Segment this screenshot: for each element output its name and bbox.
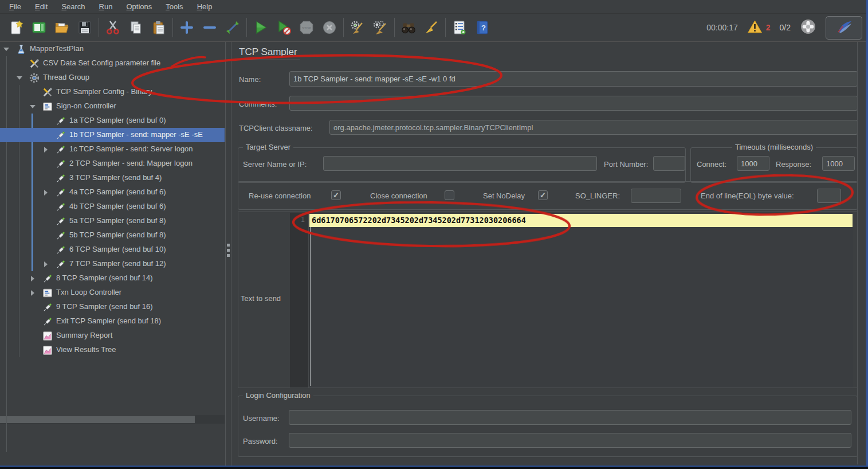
clear-icon[interactable] — [346, 17, 369, 38]
menu-file[interactable]: File — [3, 1, 27, 13]
password-input[interactable] — [289, 433, 851, 448]
port-number-label: Port Number: — [604, 160, 648, 169]
editor-gutter: 1 — [290, 213, 309, 388]
menu-help[interactable]: Help — [191, 1, 218, 13]
main-vertical-scrollbar-track[interactable] — [857, 42, 866, 464]
tree-item[interactable]: 4a TCP Sampler (send buf 6) — [0, 185, 225, 200]
response-timeout-input[interactable] — [822, 156, 855, 171]
tree-item[interactable]: Thread Group — [0, 71, 225, 85]
tree-item[interactable]: Txn Loop Controller — [0, 286, 225, 300]
warning-icon[interactable] — [747, 19, 763, 36]
tcp-sampler-icon — [56, 245, 66, 255]
tree-item-label: MapperTestPlan — [30, 44, 84, 53]
start-no-pauses-icon[interactable] — [272, 17, 295, 38]
menu-tools[interactable]: Tools — [160, 1, 188, 13]
tree-item[interactable]: 5a TCP Sampler (send buf 8) — [0, 214, 225, 228]
tree-collapsed-arrow-icon[interactable] — [43, 147, 49, 153]
tree-expanded-arrow-icon[interactable] — [17, 75, 22, 81]
response-timeout-label: Response: — [776, 160, 811, 169]
tree-item[interactable]: TCP Sampler Config - Binary — [0, 85, 225, 99]
classname-input[interactable] — [329, 120, 858, 135]
controller-icon — [42, 288, 53, 298]
tree-item-label: Summary Report — [56, 331, 112, 339]
tree-item[interactable]: Summary Report — [0, 329, 225, 343]
tree-expanded-arrow-icon[interactable] — [3, 46, 9, 52]
toolbar-separator — [246, 18, 247, 37]
comments-input[interactable] — [289, 96, 858, 111]
cut-icon[interactable] — [101, 17, 124, 38]
tree-item[interactable]: View Results Tree — [0, 343, 225, 357]
test-plan-tree: MapperTestPlanCSV Data Set Config parame… — [0, 42, 225, 457]
tree-item[interactable]: 4b TCP Sampler (send buf 6) — [0, 200, 225, 214]
tree-collapsed-arrow-icon[interactable] — [43, 261, 49, 267]
toggle-icon[interactable] — [221, 17, 244, 38]
menu-options[interactable]: Options — [120, 1, 158, 13]
tree-item[interactable]: MapperTestPlan — [0, 42, 225, 56]
scrollbar-thumb[interactable] — [0, 416, 195, 423]
tree-item[interactable]: Sign-on Controller — [0, 99, 225, 114]
eol-byte-value-input[interactable] — [817, 189, 841, 203]
stop-icon[interactable]: STOP — [295, 17, 318, 38]
config-icon — [42, 87, 53, 97]
shutdown-icon[interactable] — [318, 17, 341, 38]
menu-run[interactable]: Run — [93, 1, 119, 13]
set-nodelay-checkbox[interactable] — [538, 190, 548, 200]
tree-item[interactable]: 5b TCP Sampler (send buf 8) — [0, 228, 225, 243]
text-to-send-editor[interactable]: 1 6d6170706572202d7345202d7345202d773120… — [290, 213, 853, 388]
tree-item[interactable]: 1b TCP Sampler - send: mapper -sE -sE — [0, 128, 225, 142]
new-file-icon[interactable] — [5, 17, 28, 38]
tree-item[interactable]: 7 TCP Sampler (send buf 12) — [0, 257, 225, 271]
name-input[interactable] — [289, 71, 858, 87]
tree-item[interactable]: 6 TCP Sampler (send buf 10) — [0, 243, 225, 257]
toolbar-separator — [394, 18, 395, 37]
tree-item[interactable]: 1c TCP Sampler - send: Server logon — [0, 142, 225, 157]
classname-label: TCPClient classname: — [239, 124, 313, 132]
expander-spacer — [43, 175, 49, 181]
tree-collapsed-arrow-icon[interactable] — [43, 190, 49, 196]
tcp-sampler-icon — [56, 159, 66, 169]
copy-icon[interactable] — [124, 17, 147, 38]
reuse-connection-checkbox[interactable] — [331, 190, 341, 200]
paste-icon[interactable] — [147, 17, 170, 38]
open-file-icon[interactable] — [50, 17, 73, 38]
panel-divider[interactable] — [225, 42, 232, 466]
tree-collapsed-arrow-icon[interactable] — [30, 276, 36, 282]
tcp-sampler-icon — [56, 216, 66, 226]
new-from-template-icon[interactable] — [28, 17, 50, 38]
tree-item-label: CSV Data Set Config parameter file — [43, 58, 160, 67]
tree-item[interactable]: 3 TCP Sampler (send buf 4) — [0, 171, 225, 185]
clear-search-icon[interactable] — [420, 17, 443, 38]
svg-text:STOP: STOP — [302, 26, 311, 30]
tree-item-label: 1b TCP Sampler - send: mapper -sE -sE — [69, 130, 203, 139]
tree-collapsed-arrow-icon[interactable] — [30, 290, 36, 296]
tree-item[interactable]: Exit TCP Sampler (send buf 18) — [0, 314, 225, 329]
search-icon[interactable] — [397, 17, 420, 38]
tcp-sampler-icon — [56, 259, 66, 269]
tree-item[interactable]: 9 TCP Sampler (send buf 16) — [0, 300, 225, 314]
start-icon[interactable] — [249, 17, 272, 38]
tree-item[interactable]: CSV Data Set Config parameter file — [0, 56, 225, 71]
server-name-input[interactable] — [323, 156, 597, 171]
tcp-sampler-icon — [56, 187, 66, 198]
tree-item[interactable]: 8 TCP Sampler (send buf 14) — [0, 271, 225, 286]
clear-all-icon[interactable] — [369, 17, 392, 38]
tree-item[interactable]: 1a TCP Sampler (send buf 0) — [0, 114, 225, 128]
add-icon[interactable] — [175, 17, 198, 38]
function-helper-icon[interactable] — [448, 17, 471, 38]
help-icon[interactable]: ? — [471, 17, 494, 38]
port-number-input[interactable] — [653, 156, 685, 171]
close-connection-checkbox[interactable] — [445, 190, 454, 200]
so-linger-input[interactable] — [631, 189, 681, 203]
connect-timeout-input[interactable] — [737, 156, 769, 171]
tree-horizontal-scrollbar[interactable] — [0, 415, 225, 424]
save-icon[interactable] — [73, 17, 96, 38]
expander-spacer — [17, 61, 22, 67]
menu-edit[interactable]: Edit — [29, 1, 53, 13]
remove-icon[interactable] — [198, 17, 221, 38]
menu-search[interactable]: Search — [56, 1, 91, 13]
jmeter-logo-button[interactable] — [826, 16, 862, 40]
divider-grip-icon[interactable] — [227, 244, 230, 257]
tree-item[interactable]: 2 TCP Sampler - send: Mapper logon — [0, 157, 225, 171]
tree-expanded-arrow-icon[interactable] — [30, 104, 36, 110]
username-input[interactable] — [289, 410, 851, 425]
